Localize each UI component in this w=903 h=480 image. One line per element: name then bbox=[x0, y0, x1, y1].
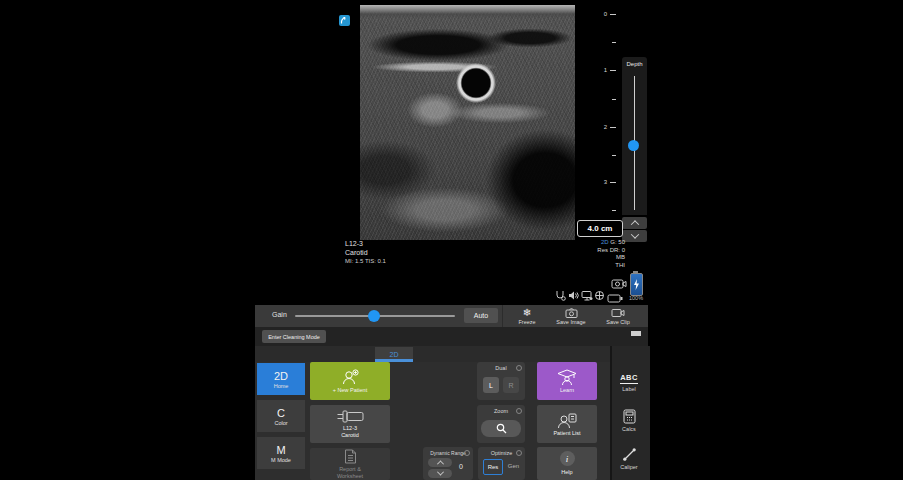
chevron-down-icon bbox=[436, 469, 443, 476]
dual-right-button[interactable]: R bbox=[503, 377, 519, 393]
new-patient-button[interactable]: + New Patient bbox=[310, 362, 390, 400]
patient-list-button[interactable]: Patient List bbox=[537, 405, 597, 443]
menu-button[interactable] bbox=[631, 330, 643, 342]
mode-button-color[interactable]: CColor bbox=[257, 400, 305, 432]
learn-icon bbox=[556, 369, 578, 385]
ruler-tick-label: 3 bbox=[595, 179, 607, 185]
video-icon bbox=[611, 308, 625, 318]
mode-button-mmode[interactable]: MM Mode bbox=[257, 437, 305, 469]
new-patient-icon bbox=[340, 369, 360, 385]
ruler-tick bbox=[610, 182, 616, 183]
info-icon bbox=[516, 408, 522, 414]
learn-button[interactable]: Learn bbox=[537, 362, 597, 400]
abc-icon: ABC bbox=[620, 373, 638, 384]
probe-label: L12-3 bbox=[345, 240, 386, 249]
help-icon: i bbox=[560, 451, 575, 466]
mi-tis-label: MI: 1.5 TIS: 0.1 bbox=[345, 257, 386, 266]
gain-slider-thumb[interactable] bbox=[368, 310, 380, 322]
chevron-down-icon bbox=[630, 230, 638, 238]
status-mode: 2D bbox=[601, 239, 609, 245]
ruler-tick bbox=[610, 127, 616, 128]
depth-slider-thumb[interactable] bbox=[628, 140, 639, 151]
info-icon bbox=[516, 450, 522, 456]
depth-title: Depth bbox=[622, 61, 647, 67]
zoom-control: Zoom bbox=[477, 405, 525, 443]
dual-control: Dual L R bbox=[477, 362, 525, 400]
ruler-tick bbox=[610, 14, 616, 15]
dynamic-range-down-button[interactable] bbox=[428, 469, 452, 478]
save-clip-button[interactable]: Save Clip bbox=[596, 305, 640, 327]
ruler-tick-label: 1 bbox=[595, 67, 607, 73]
ruler-tick-label: 2 bbox=[595, 124, 607, 130]
magnifier-icon bbox=[496, 423, 507, 434]
depth-down-button[interactable] bbox=[622, 230, 647, 242]
depth-up-button[interactable] bbox=[622, 217, 647, 229]
toolbar-divider bbox=[502, 305, 503, 327]
ruler-tick bbox=[610, 70, 616, 71]
label-tool-button[interactable]: ABC Label bbox=[610, 368, 648, 396]
help-button[interactable]: i Help bbox=[537, 447, 597, 480]
freeze-button[interactable]: ❄ Freeze bbox=[505, 305, 549, 327]
optimize-gen-button[interactable]: Gen bbox=[505, 459, 522, 473]
ruler-tick-minor bbox=[612, 210, 616, 211]
gain-label: Gain bbox=[272, 311, 287, 318]
transducer-button[interactable]: L12-3Carotid bbox=[310, 405, 390, 443]
orientation-marker-icon bbox=[339, 15, 350, 26]
volume-icon bbox=[568, 287, 579, 305]
app-screen: 0 1 2 3 Depth 4.0 cm L12-3 Carotid MI: 1… bbox=[0, 0, 903, 480]
snowflake-icon: ❄ bbox=[523, 308, 531, 318]
chevron-up-icon bbox=[630, 220, 638, 228]
dual-left-button[interactable]: L bbox=[483, 377, 499, 393]
battery-charging-icon bbox=[630, 273, 643, 296]
calcs-tool-button[interactable]: Calcs bbox=[610, 406, 648, 434]
status-gain: G: 50 bbox=[610, 239, 625, 245]
battery-percent: 100% bbox=[621, 295, 651, 301]
info-icon bbox=[516, 365, 522, 371]
caliper-icon bbox=[622, 447, 637, 462]
depth-readout: 4.0 cm bbox=[577, 220, 623, 237]
report-icon bbox=[344, 449, 357, 464]
status-mb: MB bbox=[565, 254, 625, 262]
caliper-tool-button[interactable]: Caliper bbox=[610, 444, 648, 472]
status-res-dr: Res DR: 0 bbox=[565, 247, 625, 255]
zoom-button[interactable] bbox=[481, 420, 521, 437]
preset-label: Carotid bbox=[345, 249, 386, 258]
calculator-icon bbox=[623, 409, 636, 424]
probe-status-icon bbox=[555, 287, 566, 305]
auto-gain-button[interactable]: Auto bbox=[464, 308, 498, 323]
ruler-tick-minor bbox=[612, 42, 616, 43]
optimize-control: Optimize Res Gen bbox=[478, 447, 525, 480]
camera-icon bbox=[565, 308, 578, 318]
mode-button-2d[interactable]: 2DHome bbox=[257, 363, 305, 395]
network-status-icon bbox=[594, 287, 605, 305]
imaging-status: 2D G: 50 Res DR: 0 MB THI bbox=[565, 239, 625, 269]
transducer-icon bbox=[335, 410, 365, 423]
patient-list-icon bbox=[556, 412, 578, 428]
chevron-up-icon bbox=[436, 460, 443, 467]
info-icon bbox=[464, 450, 470, 456]
display-status-icon bbox=[581, 287, 593, 305]
ruler-tick-minor bbox=[612, 99, 616, 100]
ultrasound-app: 0 1 2 3 Depth 4.0 cm L12-3 Carotid MI: 1… bbox=[255, 0, 648, 480]
ruler-tick-minor bbox=[612, 155, 616, 156]
cleaning-mode-button[interactable]: Enter Cleaning Mode bbox=[262, 330, 326, 343]
dynamic-range-up-button[interactable] bbox=[428, 458, 452, 467]
save-image-button[interactable]: Save Image bbox=[549, 305, 593, 327]
dynamic-range-value: 0 bbox=[459, 463, 463, 470]
status-thi: THI bbox=[565, 262, 625, 270]
dynamic-range-control: Dynamic Range 0 bbox=[423, 447, 473, 480]
optimize-res-button[interactable]: Res bbox=[483, 459, 503, 475]
ultrasound-image[interactable] bbox=[360, 5, 575, 240]
report-button[interactable]: Report &Worksheet bbox=[310, 448, 390, 480]
tab-row bbox=[255, 346, 610, 362]
probe-info: L12-3 Carotid MI: 1.5 TIS: 0.1 bbox=[345, 240, 386, 266]
ruler-tick-label: 0 bbox=[595, 11, 607, 17]
